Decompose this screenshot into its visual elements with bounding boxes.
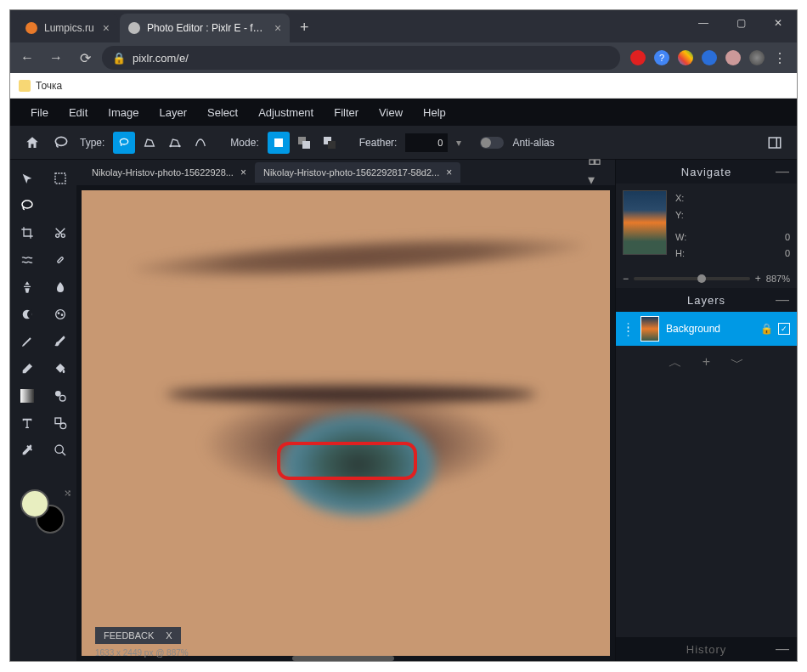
drag-handle-icon[interactable]: ⋮⋮ xyxy=(623,325,634,333)
tool-fill[interactable] xyxy=(43,355,76,382)
mode-group xyxy=(268,132,341,154)
minimize-button[interactable]: — xyxy=(685,10,722,36)
layout-icon[interactable]: ▾ xyxy=(581,158,608,188)
tool-shape[interactable] xyxy=(43,409,76,437)
reading-list-icon[interactable] xyxy=(725,50,741,65)
layers-header[interactable]: Layers — xyxy=(616,288,797,312)
lasso-icon[interactable] xyxy=(51,133,71,153)
menu-help[interactable]: Help xyxy=(423,106,446,119)
menu-filter[interactable]: Filter xyxy=(334,106,358,119)
feather-input[interactable] xyxy=(405,133,448,152)
menu-view[interactable]: View xyxy=(379,106,403,119)
visibility-checkbox[interactable]: ✓ xyxy=(778,323,790,335)
menu-adjustment[interactable]: Adjustment xyxy=(258,106,313,119)
tab-label: Photo Editor : Pixlr E - free image xyxy=(147,22,266,34)
layer-item[interactable]: ⋮⋮ Background 🔒 ✓ xyxy=(616,312,797,346)
svg-point-0 xyxy=(55,137,66,145)
tool-wand[interactable] xyxy=(43,192,76,219)
tool-cutout[interactable] xyxy=(43,219,76,246)
browser-tab-lumpics[interactable]: Lumpics.ru × xyxy=(17,14,118,42)
menu-image[interactable]: Image xyxy=(108,106,138,119)
tool-pen[interactable] xyxy=(10,328,43,355)
menu-file[interactable]: File xyxy=(31,106,48,119)
close-icon[interactable]: × xyxy=(446,167,452,178)
maximize-button[interactable]: ▢ xyxy=(722,10,759,36)
lock-icon[interactable]: 🔒 xyxy=(760,323,773,335)
close-icon[interactable]: X xyxy=(166,630,172,641)
home-icon[interactable] xyxy=(22,133,42,153)
help-icon[interactable]: ? xyxy=(654,50,669,65)
tool-dodge[interactable] xyxy=(10,301,43,328)
tool-lasso[interactable] xyxy=(10,192,43,219)
collapse-icon[interactable]: — xyxy=(776,164,790,179)
close-button[interactable]: ✕ xyxy=(759,10,797,36)
tool-sponge[interactable] xyxy=(43,301,76,328)
feedback-button[interactable]: FEEDBACK X xyxy=(95,627,181,644)
tool-liquify[interactable] xyxy=(10,246,43,274)
tool-marquee[interactable] xyxy=(43,165,76,192)
panel-toggle-icon[interactable] xyxy=(765,133,785,153)
tool-move[interactable] xyxy=(10,165,43,192)
panel-title: History xyxy=(686,643,726,656)
type-polygon[interactable] xyxy=(138,132,161,154)
collapse-icon[interactable]: — xyxy=(776,292,790,308)
back-button[interactable]: ← xyxy=(15,46,39,70)
document-tab[interactable]: Nikolay-Hristov-photo-15622928... × xyxy=(83,162,255,183)
bookmark-item[interactable]: Точка xyxy=(36,80,62,92)
close-icon[interactable]: × xyxy=(103,21,110,35)
ext-icon[interactable] xyxy=(630,50,646,65)
mode-add[interactable] xyxy=(293,132,315,154)
type-bezier[interactable] xyxy=(189,132,212,154)
swap-colors-icon[interactable]: ⤭ xyxy=(64,488,71,499)
status-bar: 1633 x 2449 px @ 887% xyxy=(95,648,189,658)
tool-heal[interactable] xyxy=(43,246,76,274)
ext-icon[interactable] xyxy=(678,50,693,65)
new-tab-button[interactable]: + xyxy=(291,14,318,42)
layer-up-icon[interactable]: ︿ xyxy=(669,354,682,372)
tool-replace-color[interactable] xyxy=(43,382,76,409)
browser-tab-pixlr[interactable]: Photo Editor : Pixlr E - free image × xyxy=(120,14,290,42)
document-tab[interactable]: Nikolay-Hristov-photo-1562292817-58d2...… xyxy=(255,162,460,183)
menu-icon[interactable]: ⋮ xyxy=(773,50,787,66)
mode-subtract[interactable] xyxy=(319,132,341,154)
foreground-color[interactable] xyxy=(20,489,49,518)
antialias-toggle[interactable] xyxy=(480,137,504,149)
add-layer-icon[interactable]: + xyxy=(703,354,710,372)
forward-button[interactable]: → xyxy=(44,46,68,70)
tool-brush[interactable] xyxy=(43,328,76,355)
ext-icon[interactable] xyxy=(702,50,717,65)
layer-down-icon[interactable]: ﹀ xyxy=(731,354,744,372)
profile-avatar[interactable] xyxy=(749,50,765,65)
zoom-slider[interactable] xyxy=(634,277,750,280)
tool-clone[interactable] xyxy=(10,274,43,301)
tool-eraser[interactable] xyxy=(10,355,43,382)
tool-picker[interactable] xyxy=(10,437,43,464)
tool-crop[interactable] xyxy=(10,219,43,246)
tool-zoom[interactable] xyxy=(43,437,76,464)
horizontal-scrollbar[interactable] xyxy=(292,656,394,661)
navigate-thumbnail[interactable] xyxy=(623,190,667,255)
tool-text[interactable] xyxy=(10,409,43,437)
tool-blur[interactable] xyxy=(43,274,76,301)
layer-name: Background xyxy=(666,323,720,335)
layer-thumbnail[interactable] xyxy=(641,316,659,342)
zoom-in-button[interactable]: + xyxy=(755,273,761,285)
url-input[interactable]: 🔒 pixlr.com/e/ xyxy=(102,46,620,70)
reload-button[interactable]: ⟳ xyxy=(73,46,97,70)
close-icon[interactable]: × xyxy=(240,167,246,178)
tool-gradient[interactable] xyxy=(10,382,43,409)
svg-point-1 xyxy=(121,138,128,144)
close-icon[interactable]: × xyxy=(274,21,281,35)
menu-layer[interactable]: Layer xyxy=(160,106,188,119)
history-header[interactable]: History — xyxy=(616,637,797,661)
mode-new[interactable] xyxy=(268,132,290,154)
menu-edit[interactable]: Edit xyxy=(69,106,87,119)
type-freehand[interactable] xyxy=(113,132,135,154)
canvas[interactable] xyxy=(82,190,610,656)
color-swatches[interactable]: ⤭ xyxy=(20,489,66,535)
zoom-out-button[interactable]: − xyxy=(623,273,629,285)
navigate-header[interactable]: Navigate — xyxy=(616,160,797,184)
type-magnetic[interactable] xyxy=(164,132,186,154)
menu-select[interactable]: Select xyxy=(207,106,238,119)
collapse-icon[interactable]: — xyxy=(776,641,790,657)
